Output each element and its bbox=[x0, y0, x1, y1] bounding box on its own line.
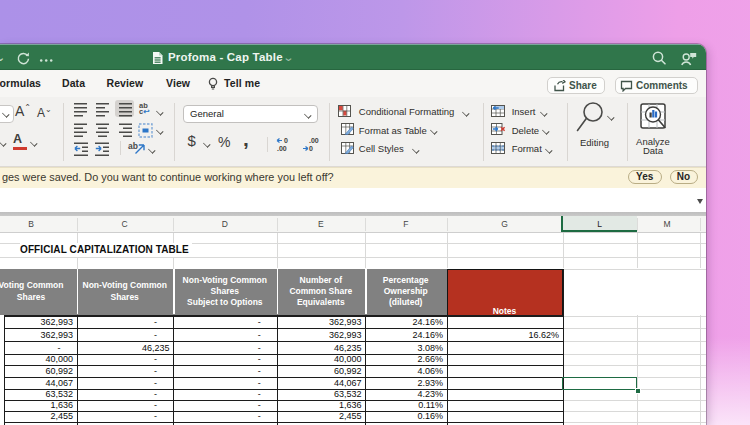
svg-text:0: 0 bbox=[309, 145, 313, 152]
svg-text:0: 0 bbox=[284, 137, 288, 144]
svg-text:.00: .00 bbox=[277, 145, 287, 152]
svg-text:.00: .00 bbox=[309, 137, 319, 144]
